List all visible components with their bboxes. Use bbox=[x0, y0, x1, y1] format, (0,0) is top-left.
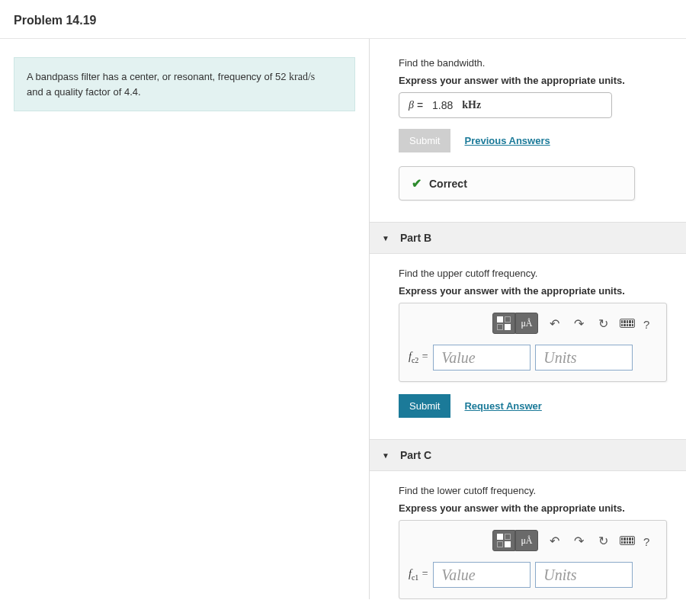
part-c-input-panel: μÅ ↶ ↷ ↻ ? fc1 = Value Units bbox=[399, 520, 667, 599]
part-a-button-row: Submit Previous Answers bbox=[399, 129, 672, 152]
part-b-instruction: Find the upper cutoff frequency. bbox=[399, 268, 672, 279]
main-layout: A bandpass filter has a center, or reson… bbox=[0, 39, 686, 599]
request-answer-link[interactable]: Request Answer bbox=[464, 400, 541, 412]
units-format-button[interactable]: μÅ bbox=[515, 313, 538, 334]
part-c-instruction-units: Express your answer with the appropriate… bbox=[399, 502, 672, 514]
correct-label: Correct bbox=[429, 178, 467, 190]
help-icon[interactable]: ? bbox=[643, 535, 654, 546]
part-b-label: Part B bbox=[400, 232, 431, 244]
variable-fc2: fc2 = bbox=[409, 351, 428, 364]
part-b-input-row: fc2 = Value Units bbox=[409, 345, 657, 371]
part-c-label: Part C bbox=[400, 449, 431, 461]
submit-button-disabled: Submit bbox=[399, 129, 450, 152]
part-b-body: Find the upper cutoff frequency. Express… bbox=[399, 268, 672, 418]
template-button-group: μÅ bbox=[492, 313, 538, 334]
right-column: Find the bandwidth. Express your answer … bbox=[370, 39, 686, 599]
templates-icon[interactable] bbox=[492, 530, 515, 551]
undo-icon[interactable]: ↶ bbox=[546, 532, 563, 549]
part-c-input-row: fc1 = Value Units bbox=[409, 562, 657, 588]
submit-button[interactable]: Submit bbox=[399, 394, 450, 418]
answer-variable-beta: β bbox=[409, 99, 414, 111]
redo-icon[interactable]: ↷ bbox=[570, 315, 587, 332]
chevron-down-icon: ▼ bbox=[382, 451, 389, 460]
part-c-header[interactable]: ▼ Part C bbox=[370, 439, 686, 471]
page-header: Problem 14.19 bbox=[0, 0, 686, 39]
problem-title: Problem 14.19 bbox=[14, 14, 672, 27]
part-b-toolbar: μÅ ↶ ↷ ↻ ? bbox=[409, 313, 657, 334]
previous-answers-link[interactable]: Previous Answers bbox=[464, 135, 550, 146]
equals-sign: = bbox=[417, 99, 423, 111]
reset-icon[interactable]: ↻ bbox=[595, 315, 611, 332]
part-a-instruction-units: Express your answer with the appropriate… bbox=[399, 75, 672, 86]
reset-icon[interactable]: ↻ bbox=[595, 532, 611, 549]
keyboard-icon[interactable] bbox=[619, 532, 636, 549]
part-b-input-panel: μÅ ↶ ↷ ↻ ? fc2 = Value Units bbox=[399, 303, 667, 382]
part-c-body: Find the lower cutoff frequency. Express… bbox=[399, 485, 672, 599]
part-b-instruction-units: Express your answer with the appropriate… bbox=[399, 285, 672, 297]
templates-icon[interactable] bbox=[492, 313, 515, 334]
part-a-instruction: Find the bandwidth. bbox=[399, 57, 672, 69]
value-input[interactable]: Value bbox=[433, 345, 531, 371]
answer-unit: kHz bbox=[462, 99, 481, 111]
units-input[interactable]: Units bbox=[535, 562, 633, 588]
template-button-group: μÅ bbox=[492, 530, 538, 551]
variable-fc1: fc1 = bbox=[409, 568, 428, 582]
part-a-body: Find the bandwidth. Express your answer … bbox=[399, 57, 672, 201]
undo-icon[interactable]: ↶ bbox=[546, 315, 563, 332]
part-c-instruction: Find the lower cutoff frequency. bbox=[399, 485, 672, 496]
units-format-button[interactable]: μÅ bbox=[515, 530, 538, 551]
part-a-answer-box: β = 1.88 kHz bbox=[399, 92, 612, 118]
answer-value: 1.88 bbox=[432, 99, 453, 111]
prompt-text-1: A bandpass filter has a center, or reson… bbox=[27, 71, 289, 82]
prompt-text-2: and a quality factor of 4.4. bbox=[27, 86, 141, 98]
redo-icon[interactable]: ↷ bbox=[570, 532, 587, 549]
correct-feedback: ✔ Correct bbox=[399, 166, 635, 201]
problem-prompt: A bandpass filter has a center, or reson… bbox=[14, 57, 355, 111]
check-icon: ✔ bbox=[412, 176, 422, 191]
units-input[interactable]: Units bbox=[535, 345, 633, 371]
value-input[interactable]: Value bbox=[433, 562, 531, 588]
chevron-down-icon: ▼ bbox=[382, 234, 389, 242]
part-b-header[interactable]: ▼ Part B bbox=[370, 222, 686, 254]
help-icon[interactable]: ? bbox=[643, 318, 654, 329]
part-b-button-row: Submit Request Answer bbox=[399, 394, 672, 418]
part-c-toolbar: μÅ ↶ ↷ ↻ ? bbox=[409, 530, 657, 551]
keyboard-icon[interactable] bbox=[619, 315, 636, 332]
prompt-unit: krad/s bbox=[289, 71, 315, 82]
left-column: A bandpass filter has a center, or reson… bbox=[0, 39, 370, 599]
